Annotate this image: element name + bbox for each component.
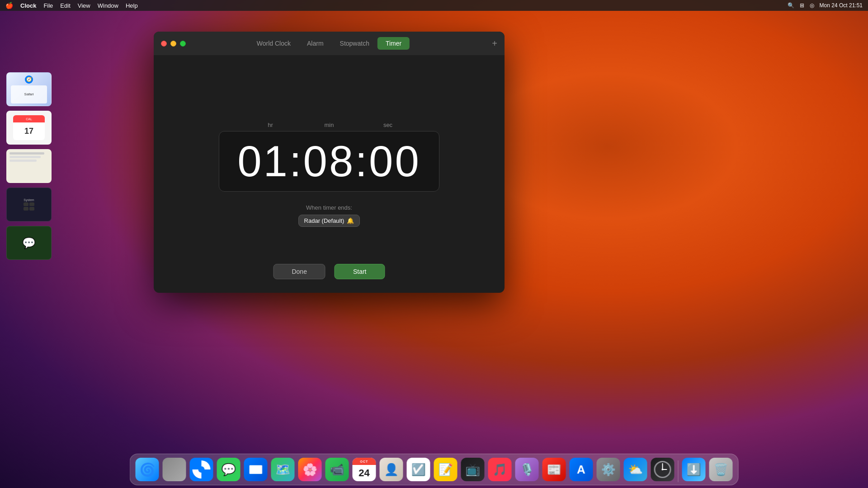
dock-item-facetime[interactable]: 📹 [325,457,350,482]
thumbnail-dark[interactable]: System [6,188,52,221]
when-timer-ends: When timer ends: Radar (Default) 🔔 [298,204,360,227]
dock-item-podcasts[interactable]: 🎙️ [514,457,540,482]
dock-item-messages[interactable]: 💬 [216,457,241,482]
search-icon[interactable]: 🔍 [788,2,794,9]
menu-window[interactable]: Window [98,2,118,9]
dock-item-photos[interactable]: 🌸 [297,457,323,482]
when-timer-label: When timer ends: [298,204,360,211]
dock: 🌀 [130,454,739,485]
time-labels: hr min sec [241,122,417,128]
thumbnail-safari[interactable]: 🧭 Safari [6,72,52,106]
window-tabs: World Clock Alarm Stopwatch Timer [249,37,410,50]
minimize-button[interactable] [170,41,176,47]
dock-item-finder[interactable]: 🌀 [135,457,160,482]
dock-item-airdrop[interactable]: ⬇️ [681,457,707,482]
desktop: 🍎 Clock File Edit View Window Help 🔍 ⊞ ◎… [0,0,868,488]
dock-item-trash[interactable]: 🗑️ [708,457,734,482]
maximize-button[interactable] [180,41,186,47]
menu-help[interactable]: Help [126,2,138,9]
timer-display-wrapper[interactable]: 01:08:00 [219,131,439,192]
timer-content: hr min sec 01:08:00 When timer ends: Rad… [154,55,505,293]
dock-item-notes[interactable]: 📝 [433,457,458,482]
tab-world-clock[interactable]: World Clock [249,37,299,50]
menu-view[interactable]: View [78,2,90,9]
app-name[interactable]: Clock [20,2,36,9]
thumbnail-messages[interactable]: 💬 [6,226,52,260]
dock-item-tv[interactable]: 📺 [460,457,486,482]
dock-item-weather[interactable]: ⛅ [623,457,648,482]
datetime-display: Mon 24 Oct 21:51 [820,2,863,9]
menu-file[interactable]: File [43,2,53,9]
apple-menu[interactable]: 🍎 [5,2,13,9]
traffic-lights [161,41,186,47]
dock-item-launchpad[interactable] [162,457,187,482]
dock-item-mail[interactable]: ✉️ [243,457,269,482]
min-label: min [300,122,359,128]
controlcenter-icon[interactable]: ⊞ [800,2,804,9]
dock-separator [678,460,679,482]
tab-stopwatch[interactable]: Stopwatch [332,37,377,50]
siri-icon[interactable]: ◎ [810,2,814,9]
alarm-name: Radar (Default) [304,217,344,224]
start-button[interactable]: Start [335,264,385,279]
thumbnail-note[interactable] [6,149,52,183]
tab-timer[interactable]: Timer [377,37,410,50]
hr-label: hr [241,122,300,128]
thumbnail-calendar[interactable]: CAL 17 [6,111,52,145]
close-button[interactable] [161,41,167,47]
sec-label: sec [359,122,417,128]
alarm-selector[interactable]: Radar (Default) 🔔 [298,215,360,227]
dock-item-sysprefs[interactable]: ⚙️ [596,457,621,482]
timer-display[interactable]: 01:08:00 [237,140,421,183]
dock-item-contacts[interactable]: 👤 [379,457,404,482]
add-button[interactable]: + [492,39,497,48]
menubar: 🍎 Clock File Edit View Window Help 🔍 ⊞ ◎… [0,0,868,11]
sidebar-thumbnails: 🧭 Safari CAL 17 System [6,72,52,260]
done-button[interactable]: Done [273,264,325,279]
window-buttons: Done Start [273,264,385,279]
menu-edit[interactable]: Edit [60,2,70,9]
dock-item-appstore[interactable]: A [569,457,594,482]
dock-item-maps[interactable]: 🗺️ [270,457,296,482]
tab-alarm[interactable]: Alarm [299,37,332,50]
clock-window: World Clock Alarm Stopwatch Timer + hr m… [154,32,505,293]
dock-item-safari[interactable] [189,457,214,482]
dock-item-reminders[interactable]: ☑️ [406,457,431,482]
dock-item-music[interactable]: 🎵 [487,457,513,482]
window-titlebar: World Clock Alarm Stopwatch Timer + [154,32,505,55]
alarm-emoji: 🔔 [347,217,354,224]
dock-item-clock[interactable] [650,457,675,482]
dock-item-calendar[interactable]: OCT 24 [352,457,377,482]
dock-item-news[interactable]: 📰 [542,457,567,482]
